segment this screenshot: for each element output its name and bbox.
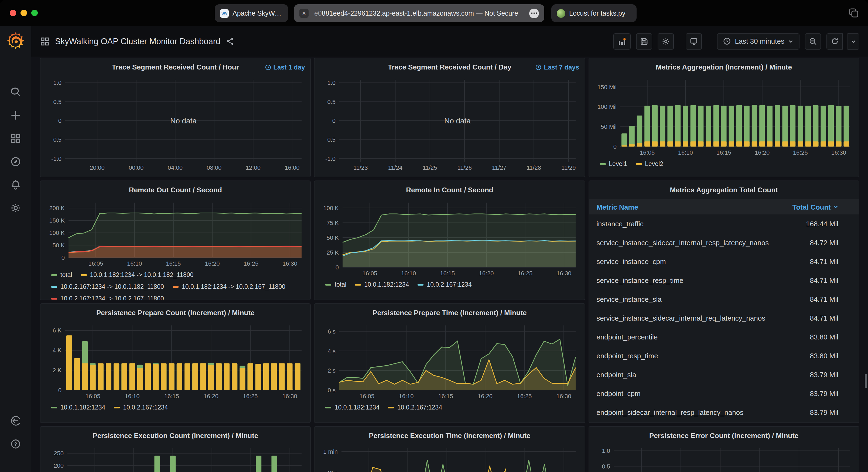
svg-text:0: 0 xyxy=(58,387,62,394)
total-count-cell: 84.71 Mil xyxy=(810,276,839,284)
metric-name-cell: endpoint_cpm xyxy=(596,390,640,398)
svg-text:16:20: 16:20 xyxy=(478,393,493,400)
browser-tab-active[interactable]: ✕ e0881eed4-22961232.ap-east-1.elb.amazo… xyxy=(294,4,544,22)
legend-label: 10.0.1.182:1234 -> 10.0.2.167_11800 xyxy=(182,281,285,293)
column-total-count[interactable]: Total Count xyxy=(793,203,839,211)
legend-item[interactable]: 10.0.2.167:1234 xyxy=(388,401,442,413)
svg-text:20:00: 20:00 xyxy=(90,164,105,171)
panel-title[interactable]: Metrics Aggregation (Increment) / Minute xyxy=(589,58,859,76)
grafana-logo[interactable] xyxy=(5,30,26,54)
zoom-out-time-button[interactable] xyxy=(805,33,821,49)
minimize-window-button[interactable] xyxy=(21,10,27,16)
tab-close-icon[interactable]: ✕ xyxy=(300,9,309,18)
svg-text:16:25: 16:25 xyxy=(243,393,257,400)
svg-text:100 K: 100 K xyxy=(323,205,339,211)
dashboards-icon[interactable] xyxy=(10,133,22,146)
column-metric-name[interactable]: Metric Name xyxy=(596,203,638,211)
svg-text:100 K: 100 K xyxy=(49,230,65,236)
svg-text:1 min: 1 min xyxy=(323,448,338,455)
save-dashboard-button[interactable] xyxy=(636,33,652,49)
legend-item[interactable]: 10.0.2.167:1234 -> 10.0.2.167_11800 xyxy=(51,293,164,300)
sign-in-icon[interactable] xyxy=(10,415,22,429)
panel-title[interactable]: Persistence Prepare Count (Increment) / … xyxy=(40,304,310,322)
panel-title[interactable]: Remote In Count / Second xyxy=(315,181,585,199)
legend-label: total xyxy=(60,269,72,281)
maximize-window-button[interactable] xyxy=(31,10,38,16)
svg-text:200: 200 xyxy=(54,462,64,469)
chart-legend: Level1Level2 xyxy=(589,157,859,170)
alerting-bell-icon[interactable] xyxy=(10,179,22,193)
grafana-app: ? SkyWalking OAP Cluster Monitor Dashboa… xyxy=(0,26,868,472)
create-icon[interactable] xyxy=(10,109,22,124)
legend-item[interactable]: total xyxy=(51,269,72,281)
svg-text:0 s: 0 s xyxy=(328,387,336,394)
tab-more-icon[interactable] xyxy=(529,8,539,18)
svg-text:0: 0 xyxy=(336,264,339,271)
search-icon[interactable] xyxy=(10,86,22,100)
cycle-view-mode-button[interactable] xyxy=(686,33,702,49)
legend-item[interactable]: 10.0.2.167:1234 xyxy=(417,278,471,291)
browser-tab-skywalking[interactable]: SW Apache SkyWalki... xyxy=(215,4,288,22)
legend-item[interactable]: 10.0.1.182:1234 xyxy=(355,278,409,291)
apps-grid-icon[interactable] xyxy=(40,36,50,46)
table-row: service_instance_sidecar_internal_req_la… xyxy=(589,309,859,328)
panel-title[interactable]: Remote Out Count / Second xyxy=(40,181,310,199)
legend-item[interactable]: Level2 xyxy=(636,158,663,170)
legend-item[interactable]: 10.0.1.182:1234 xyxy=(51,401,105,413)
legend-item[interactable]: 10.0.1.182:1234 xyxy=(326,401,379,413)
total-count-cell: 84.71 Mil xyxy=(810,258,839,266)
svg-text:16:20: 16:20 xyxy=(204,393,218,400)
tab-overview-icon[interactable] xyxy=(847,7,859,19)
svg-text:16:05: 16:05 xyxy=(360,393,375,400)
svg-text:16:30: 16:30 xyxy=(282,260,297,267)
browser-tab-locust[interactable]: Locust for tasks.py xyxy=(551,4,637,22)
legend-item[interactable]: 10.0.2.167:1234 xyxy=(114,401,168,413)
svg-text:75 K: 75 K xyxy=(327,220,339,226)
chart-legend: 10.0.1.182:123410.0.2.167:1234 xyxy=(315,401,585,413)
svg-text:0.5: 0.5 xyxy=(602,463,610,470)
panel-persistence-execution-time: Persistence Execution Time (Increment) /… xyxy=(314,426,585,472)
panel-title[interactable]: Persistence Execution Count (Increment) … xyxy=(40,427,310,445)
table-body: instance_traffic168.44 Milservice_instan… xyxy=(589,214,859,422)
svg-text:6 K: 6 K xyxy=(53,327,62,334)
help-icon[interactable]: ? xyxy=(10,438,22,452)
legend-item[interactable]: Level1 xyxy=(600,158,627,170)
legend-color-dash xyxy=(355,284,361,285)
panel-title[interactable]: Persistence Error Count (Increment) / Mi… xyxy=(589,427,859,445)
clock-icon xyxy=(535,64,542,71)
refresh-dashboard-button[interactable] xyxy=(827,33,843,49)
svg-text:16:15: 16:15 xyxy=(716,149,731,156)
dashboard-settings-button[interactable] xyxy=(658,33,674,49)
legend-item[interactable]: total xyxy=(326,278,347,291)
svg-text:No data: No data xyxy=(444,116,471,125)
panel-time-override[interactable]: Last 7 days xyxy=(535,58,579,76)
refresh-interval-dropdown[interactable] xyxy=(847,33,859,49)
metric-name-cell: service_instance_sidecar_internal_resp_l… xyxy=(596,239,769,247)
metric-name-cell: endpoint_resp_time xyxy=(596,352,658,360)
panel-title[interactable]: Persistence Prepare Time (Increment) / M… xyxy=(315,304,585,322)
legend-color-dash xyxy=(326,407,332,408)
page-title[interactable]: SkyWalking OAP Cluster Monitor Dashboard xyxy=(55,36,220,46)
legend-item[interactable]: 10.0.1.182:1234 -> 10.0.1.182_11800 xyxy=(81,269,194,281)
svg-text:11/29: 11/29 xyxy=(562,164,576,171)
page-scrollbar[interactable] xyxy=(865,374,867,388)
panel-time-override[interactable]: Last 1 day xyxy=(265,58,305,76)
close-window-button[interactable] xyxy=(10,10,16,16)
add-panel-button[interactable] xyxy=(613,33,631,49)
configuration-gear-icon[interactable] xyxy=(10,202,22,216)
table-row: instance_traffic168.44 Mil xyxy=(589,214,859,233)
time-range-picker[interactable]: Last 30 minutes xyxy=(717,33,800,49)
table-header: Metric Name Total Count xyxy=(589,199,859,214)
panel-title[interactable]: Metrics Aggregation Total Count xyxy=(589,181,859,199)
legend-item[interactable]: 10.0.1.182:1234 -> 10.0.2.167_11800 xyxy=(173,281,285,293)
share-icon[interactable] xyxy=(226,37,234,45)
total-count-cell: 168.44 Mil xyxy=(806,220,838,228)
panel-title[interactable]: Persistence Execution Time (Increment) /… xyxy=(315,427,585,445)
svg-text:16:30: 16:30 xyxy=(556,393,571,400)
svg-text:11/24: 11/24 xyxy=(388,164,402,171)
metric-name-cell: endpoint_sidecar_internal_resp_latency_n… xyxy=(596,408,743,416)
explore-compass-icon[interactable] xyxy=(10,156,22,170)
skywalking-favicon: SW xyxy=(220,9,229,18)
tab-title: Apache SkyWalki... xyxy=(232,9,283,17)
legend-item[interactable]: 10.0.2.167:1234 -> 10.0.1.182_11800 xyxy=(51,281,164,293)
